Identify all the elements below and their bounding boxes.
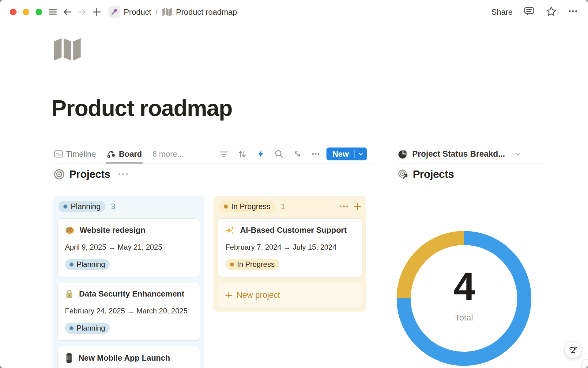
column-actions: [340, 203, 361, 210]
favorite-button[interactable]: [546, 6, 557, 18]
sort-button[interactable]: [237, 149, 247, 159]
card-status-tag: In Progress: [225, 259, 279, 270]
page-icon-button[interactable]: [53, 36, 82, 63]
comments-button[interactable]: [524, 6, 535, 18]
card-title: New Mobile App Launch: [78, 353, 170, 363]
share-button[interactable]: Share: [492, 7, 513, 17]
notion-ai-button[interactable]: [564, 341, 582, 358]
minimize-window-button[interactable]: [23, 9, 29, 15]
close-window-button[interactable]: [10, 9, 17, 15]
card-website-redesign[interactable]: Website redesign April 9, 2025 → May 21,…: [57, 218, 200, 277]
new-button[interactable]: New: [326, 148, 354, 160]
sidebar-menu-button[interactable]: [47, 6, 59, 18]
sparkles-icon: [225, 225, 235, 235]
card-mobile-app-launch[interactable]: New Mobile App Launch May 1, 2025 → May …: [57, 346, 200, 368]
donut-total-label: Total: [455, 313, 473, 323]
app-window: Product / Product roadmap Share Product …: [0, 0, 588, 368]
section-label[interactable]: Projects: [69, 168, 110, 180]
tab-timeline[interactable]: Timeline: [53, 145, 97, 163]
help-button[interactable]: [583, 359, 588, 368]
board-column-in-progress: In Progress 1 AI-Based Customer Support …: [213, 196, 366, 312]
view-toolbar: Timeline Board 6 more...: [53, 145, 373, 163]
column-status-pill[interactable]: Planning: [58, 201, 105, 212]
palette-icon: [65, 225, 74, 235]
chevron-down-icon: [357, 150, 364, 158]
search-icon: [274, 149, 284, 159]
target-icon: [54, 169, 65, 180]
board-icon: [107, 150, 115, 158]
column-add-button[interactable]: [354, 203, 361, 210]
filter-button[interactable]: [219, 149, 229, 159]
column-options-button[interactable]: [340, 205, 348, 207]
status-dot: [230, 263, 234, 266]
new-button-dropdown[interactable]: [355, 148, 367, 160]
donut-center: 4 Total: [397, 227, 531, 362]
card-date-range: April 9, 2025 → May 21, 2025: [65, 243, 192, 251]
breadcrumb-separator: /: [156, 8, 158, 17]
ellipsis-icon: [568, 6, 578, 17]
expand-button[interactable]: [292, 149, 303, 159]
ai-face-icon: [569, 345, 578, 355]
status-dot: [70, 326, 74, 330]
column-header: Planning 3: [58, 201, 199, 212]
tab-label: Board: [119, 149, 142, 159]
search-button[interactable]: [274, 149, 284, 159]
plus-icon: [225, 292, 232, 298]
breadcrumb: Product / Product roadmap: [108, 6, 237, 18]
titlebar: Product / Product roadmap Share: [0, 0, 588, 24]
more-views-button[interactable]: 6 more...: [152, 149, 184, 159]
column-count: 3: [111, 202, 115, 211]
status-label: In Progress: [237, 260, 275, 269]
map-icon: [162, 7, 172, 17]
hammer-icon: [110, 8, 118, 16]
lightning-icon: [256, 149, 265, 159]
status-label: Planning: [77, 324, 105, 332]
column-count: 1: [281, 202, 285, 211]
card-date-range: February 7, 2024 → July 15, 2024: [225, 243, 354, 251]
lock-icon: [65, 289, 74, 299]
ellipsis-icon: [311, 149, 320, 159]
breadcrumb-workspace-item[interactable]: [108, 6, 120, 18]
comment-icon: [524, 6, 535, 17]
status-label: Planning: [77, 260, 105, 269]
card-title: Website redesign: [80, 225, 145, 235]
zoom-window-button[interactable]: [36, 9, 42, 15]
more-options-button[interactable]: [568, 6, 578, 18]
tab-board[interactable]: Board: [106, 145, 143, 163]
card-data-security[interactable]: Data Security Enhancement February 24, 2…: [57, 282, 200, 341]
section-label[interactable]: Projects: [413, 168, 454, 180]
timeline-icon: [54, 150, 63, 158]
card-title: Data Security Enhancement: [79, 289, 184, 299]
column-status-pill[interactable]: In Progress: [219, 201, 275, 212]
filter-icon: [219, 149, 228, 159]
back-button[interactable]: [61, 6, 74, 18]
card-status-tag: Planning: [65, 259, 110, 270]
forward-button[interactable]: [76, 6, 88, 18]
new-page-button[interactable]: [91, 6, 103, 18]
breadcrumb-workspace-label[interactable]: Product: [124, 7, 151, 17]
section-options-button[interactable]: [119, 173, 128, 175]
status-breakdown-chart[interactable]: 4 Total: [397, 231, 531, 366]
donut-total-value: 4: [454, 267, 474, 306]
chevron-down-icon[interactable]: [514, 150, 522, 158]
view-options-button[interactable]: [311, 149, 321, 159]
titlebar-actions: Share: [492, 6, 578, 18]
card-status-tag: Planning: [65, 323, 110, 334]
card-ai-customer-support[interactable]: AI-Based Customer Support February 7, 20…: [218, 218, 362, 277]
chart-view-tab[interactable]: Project Status Breakd...: [412, 149, 505, 159]
automations-button[interactable]: [255, 149, 266, 159]
mobile-phone-icon: [65, 353, 73, 363]
chart-section-title: Projects: [398, 168, 454, 180]
status-dot: [224, 205, 228, 209]
pie-chart-icon: [398, 149, 408, 159]
page-title[interactable]: Product roadmap: [51, 95, 232, 121]
new-button-group: New: [326, 148, 367, 160]
sort-icon: [238, 149, 247, 159]
breadcrumb-page-label[interactable]: Product roadmap: [176, 7, 237, 17]
forward-arrow-icon: [77, 7, 87, 17]
board-column-planning: Planning 3 Website redesign April 9, 202…: [53, 196, 204, 368]
new-project-button[interactable]: New project: [218, 282, 362, 308]
target-arrow-icon: [398, 169, 408, 179]
hamburger-icon: [48, 7, 57, 17]
board-section-title: Projects: [54, 168, 128, 180]
